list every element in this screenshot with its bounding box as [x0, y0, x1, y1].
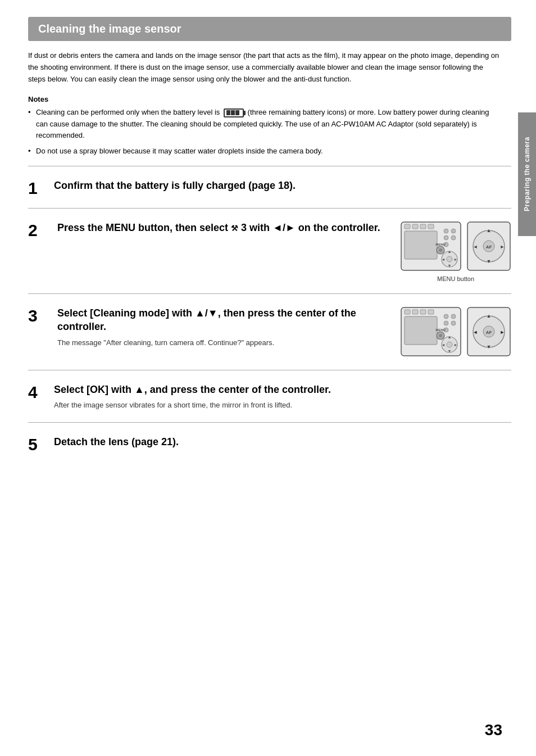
page-container: Preparing the camera Cleaning the image … — [0, 0, 536, 756]
note-item-1: Cleaning can be performed only when the … — [28, 107, 500, 141]
svg-text:◄: ◄ — [473, 329, 478, 335]
af-pad-svg-3: AF ▲ ▼ ◄ ► — [466, 306, 511, 357]
step-2-camera-back: ▲ ▼ ◄ ► MENU — [400, 221, 462, 273]
notes-section: Notes Cleaning can be performed only whe… — [28, 95, 500, 157]
svg-rect-2 — [405, 224, 410, 229]
step-4-number: 4 — [28, 383, 51, 401]
svg-text:▼: ▼ — [487, 259, 492, 264]
camera-back-svg-3: ▲ ▼ ◄ ► MENU — [400, 306, 462, 357]
svg-text:►: ► — [454, 343, 458, 347]
step-2-number: 2 — [28, 221, 51, 239]
step-5-content: Detach the lens (page 21). — [51, 435, 511, 449]
step-3-number: 3 — [28, 306, 51, 324]
step-4-title: Select [OK] with ▲, and press the center… — [54, 383, 511, 396]
af-pad-svg: AF ▲ ▼ ◄ ► — [466, 221, 511, 271]
svg-rect-32 — [420, 310, 426, 314]
svg-text:▲: ▲ — [487, 228, 492, 233]
svg-text:►: ► — [454, 257, 458, 261]
svg-rect-5 — [428, 224, 434, 229]
svg-point-9 — [451, 236, 456, 240]
step-3-left: 3 Select [Cleaning mode] with ▲/▼, then … — [28, 306, 394, 348]
page-number: 33 — [485, 721, 502, 739]
divider-2 — [28, 208, 511, 209]
svg-rect-31 — [412, 310, 418, 314]
svg-point-35 — [451, 314, 456, 319]
svg-point-12 — [439, 248, 442, 252]
svg-rect-29 — [405, 316, 437, 345]
step-3-content: Select [Cleaning mode] with ▲/▼, then pr… — [54, 306, 394, 348]
svg-rect-3 — [412, 224, 418, 229]
intro-text: If dust or debris enters the camera and … — [28, 50, 500, 85]
step-3-right: ▲ ▼ ◄ ► MENU AF ▲ ▼ — [400, 306, 511, 359]
step-2-content: Press the MENU button, then select ⚒ 3 w… — [54, 221, 394, 234]
battery-icon — [224, 108, 244, 117]
notes-title: Notes — [28, 95, 500, 103]
divider-4 — [28, 370, 511, 370]
svg-rect-33 — [428, 310, 434, 314]
step-3-row: 3 Select [Cleaning mode] with ▲/▼, then … — [28, 301, 511, 363]
svg-point-36 — [444, 321, 448, 325]
svg-point-34 — [444, 314, 448, 319]
step-3-desc: The message "After cleaning, turn camera… — [57, 337, 394, 348]
step-1-content: Confirm that the battery is fully charge… — [51, 179, 511, 192]
svg-text:AF: AF — [486, 245, 492, 250]
step-3-af-pad: AF ▲ ▼ ◄ ► — [466, 306, 511, 359]
svg-text:MENU: MENU — [435, 328, 446, 332]
note-item-2: Do not use a spray blower because it may… — [28, 146, 500, 157]
step-5-title: Detach the lens (page 21). — [54, 435, 511, 449]
step-1-title: Confirm that the battery is fully charge… — [54, 179, 511, 192]
notes-list: Cleaning can be performed only when the … — [28, 107, 500, 157]
svg-text:AF: AF — [486, 330, 492, 335]
step-2-highlight: 3 with ◄/► on the controller. — [241, 222, 380, 233]
step-5-row: 5 Detach the lens (page 21). — [28, 429, 511, 458]
step-4-content: Select [OK] with ▲, and press the center… — [51, 383, 511, 411]
svg-text:◄: ◄ — [442, 257, 446, 261]
menu-button-label: MENU button — [437, 275, 474, 282]
svg-text:▲: ▲ — [487, 313, 492, 319]
divider-3 — [28, 293, 511, 294]
svg-rect-30 — [405, 310, 410, 314]
camera-back-svg: ▲ ▼ ◄ ► MENU — [400, 221, 462, 271]
svg-point-6 — [444, 229, 448, 233]
sidebar-label: Preparing the camera — [523, 137, 531, 212]
step-5-number: 5 — [28, 435, 51, 453]
svg-text:►: ► — [500, 329, 505, 335]
step-2-af-pad: AF ▲ ▼ ◄ ► — [466, 221, 511, 273]
svg-text:MENU: MENU — [435, 243, 446, 246]
svg-text:▲: ▲ — [448, 335, 452, 339]
step-4-desc: After the image sensor vibrates for a sh… — [54, 400, 511, 411]
page-title: Cleaning the image sensor — [28, 17, 511, 41]
step-4-row: 4 Select [OK] with ▲, and press the cent… — [28, 377, 511, 415]
svg-text:◄: ◄ — [442, 343, 446, 347]
svg-point-8 — [444, 236, 448, 240]
divider-5 — [28, 422, 511, 423]
step-2-right: ▲ ▼ ◄ ► MENU AF ▲ — [400, 221, 511, 282]
svg-point-14 — [447, 256, 452, 262]
sidebar-tab: Preparing the camera — [518, 112, 536, 236]
svg-point-37 — [451, 321, 456, 325]
svg-text:►: ► — [500, 244, 505, 250]
svg-point-7 — [451, 229, 456, 233]
svg-point-42 — [447, 342, 452, 347]
svg-text:▼: ▼ — [448, 264, 452, 268]
step-1-row: 1 Confirm that the battery is fully char… — [28, 173, 511, 201]
svg-rect-1 — [405, 231, 437, 259]
step-2-left: 2 Press the MENU button, then select ⚒ 3… — [28, 221, 394, 239]
svg-text:▼: ▼ — [448, 349, 452, 353]
svg-point-40 — [439, 334, 442, 337]
step-2-row: 2 Press the MENU button, then select ⚒ 3… — [28, 215, 511, 287]
svg-text:▼: ▼ — [487, 344, 492, 350]
divider-1 — [28, 166, 511, 166]
svg-rect-4 — [420, 224, 426, 229]
svg-text:◄: ◄ — [473, 244, 478, 250]
step-3-title: Select [Cleaning mode] with ▲/▼, then pr… — [57, 306, 394, 334]
svg-text:▲: ▲ — [448, 250, 452, 253]
step-2-title: Press the MENU button, then select ⚒ 3 w… — [57, 221, 394, 234]
step-3-camera-back: ▲ ▼ ◄ ► MENU — [400, 306, 462, 359]
step-1-number: 1 — [28, 179, 51, 197]
